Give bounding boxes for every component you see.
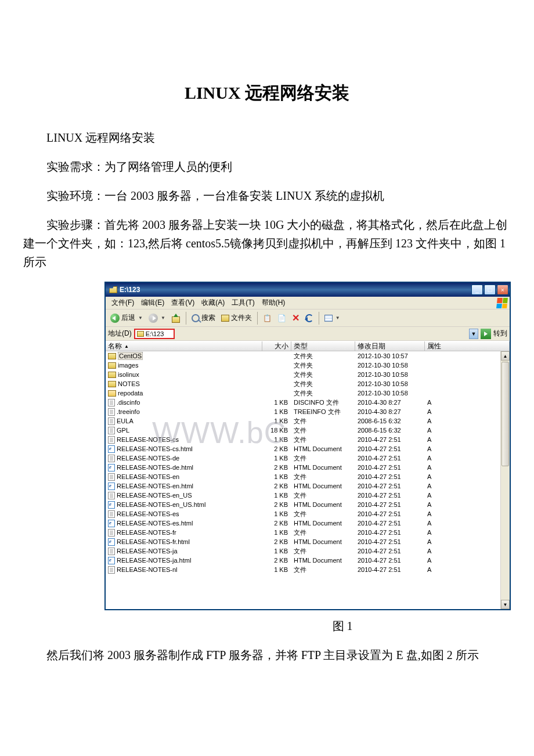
table-row[interactable]: RELEASE-NOTES-ja.html2 KBHTML Document20… [106,556,510,565]
table-row[interactable]: .discinfo1 KBDISCINFO 文件2010-4-30 8:27A [106,398,510,407]
menu-file[interactable]: 文件(F) [108,297,138,309]
folders-button[interactable]: 文件夹 [219,312,254,324]
up-button[interactable] [169,312,183,324]
table-row[interactable]: RELEASE-NOTES-en_US1 KB文件2010-4-27 2:51A [106,491,510,500]
back-button[interactable]: 后退▼ [108,312,145,324]
scroll-down-button[interactable]: ▼ [501,600,510,609]
table-row[interactable]: EULA1 KB文件2008-6-15 6:32A [106,416,510,426]
col-size[interactable]: 大小 [262,341,291,351]
file-type: HTML Document [291,483,355,489]
file-icon [108,492,115,499]
file-name: repodata [118,390,143,397]
file-name: RELEASE-NOTES-de [117,455,179,462]
file-type: 文件 [291,491,355,500]
file-size: 1 KB [262,566,291,573]
table-row[interactable]: RELEASE-NOTES-de1 KB文件2010-4-27 2:51A [106,453,510,463]
close-button[interactable]: × [497,285,508,295]
table-row[interactable]: RELEASE-NOTES-cs.html2 KBHTML Document20… [106,444,510,453]
file-attr: A [425,529,510,536]
file-attr: A [425,417,510,424]
views-button[interactable]: ▼ [322,314,342,323]
address-dropdown[interactable]: ▼ [469,329,478,339]
delete-button[interactable]: ✕ [290,311,302,325]
file-size: 2 KB [262,520,291,527]
file-name: CentOS [118,352,143,360]
file-size: 1 KB [262,529,291,536]
table-row[interactable]: RELEASE-NOTES-fr1 KB文件2010-4-27 2:51A [106,528,510,537]
copy-button[interactable]: 📋 [261,313,274,323]
file-attr: A [425,501,510,508]
file-size: 1 KB [262,399,291,406]
file-list: WWW.bC CentOS文件夹2012-10-30 10:57images文件… [106,351,510,609]
menu-tools[interactable]: 工具(T) [228,297,258,309]
table-row[interactable]: RELEASE-NOTES-nl1 KB文件2010-4-27 2:51A [106,565,510,574]
minimize-button[interactable]: _ [471,285,483,295]
scroll-up-button[interactable]: ▲ [501,351,510,361]
file-date: 2010-4-27 2:51 [355,473,425,480]
file-type: DISCINFO 文件 [291,398,355,407]
table-row[interactable]: repodata文件夹2012-10-30 10:58 [106,388,510,398]
table-row[interactable]: RELEASE-NOTES-cs1 KB文件2010-4-27 2:51A [106,435,510,444]
paste-button[interactable]: 📄 [275,313,288,323]
table-row[interactable]: RELEASE-NOTES-es1 KB文件2010-4-27 2:51A [106,509,510,519]
list-header: 名称▲ 大小 类型 修改日期 属性 [106,341,510,351]
file-icon [108,372,116,378]
undo-button[interactable] [303,313,316,323]
menu-help[interactable]: 帮助(H) [258,297,289,309]
col-name[interactable]: 名称▲ [106,341,262,351]
file-attr: A [425,520,510,527]
table-row[interactable]: RELEASE-NOTES-en_US.html2 KBHTML Documen… [106,500,510,509]
menu-view[interactable]: 查看(V) [168,297,198,309]
table-row[interactable]: RELEASE-NOTES-de.html2 KBHTML Document20… [106,463,510,472]
table-row[interactable]: RELEASE-NOTES-es.html2 KBHTML Document20… [106,519,510,528]
scroll-thumb[interactable] [501,362,509,466]
table-row[interactable]: RELEASE-NOTES-ja1 KB文件2010-4-27 2:51A [106,546,510,556]
forward-button[interactable]: ▼ [146,312,168,324]
table-row[interactable]: GPL18 KB文件2008-6-15 6:32A [106,426,510,435]
file-icon [108,520,115,527]
file-size: 1 KB [262,548,291,555]
file-name: RELEASE-NOTES-en.html [117,483,193,489]
maximize-button[interactable]: □ [484,285,496,295]
titlebar[interactable]: E:\123 _ □ × [106,283,510,297]
file-icon [108,381,116,387]
file-date: 2010-4-27 2:51 [355,557,425,564]
scroll-track[interactable] [501,361,510,600]
col-date[interactable]: 修改日期 [355,341,425,351]
address-input[interactable]: E:\123 [134,329,175,339]
file-attr: A [425,408,510,415]
file-icon [108,501,115,509]
col-attr[interactable]: 属性 [425,341,510,351]
para-3: 实验环境：一台 2003 服务器，一台准备安装 LINUX 系统的虚拟机 [23,186,511,205]
file-size: 1 KB [262,473,291,480]
file-attr: A [425,538,510,545]
table-row[interactable]: CentOS文件夹2012-10-30 10:57 [106,351,510,361]
file-name: RELEASE-NOTES-ja.html [117,557,191,564]
file-name: RELEASE-NOTES-fr.html [117,538,190,545]
table-row[interactable]: images文件夹2012-10-30 10:58 [106,361,510,370]
vertical-scrollbar[interactable]: ▲ ▼ [500,351,510,609]
menu-favorites[interactable]: 收藏(A) [198,297,228,309]
table-row[interactable]: isolinux文件夹2012-10-30 10:58 [106,370,510,379]
table-row[interactable]: RELEASE-NOTES-en.html2 KBHTML Document20… [106,481,510,491]
file-date: 2010-4-27 2:51 [355,529,425,536]
table-row[interactable]: RELEASE-NOTES-fr.html2 KBHTML Document20… [106,537,510,546]
table-row[interactable]: NOTES文件夹2012-10-30 10:58 [106,379,510,388]
file-size: 18 KB [262,427,291,434]
para-5: 然后我们将 2003 服务器制作成 FTP 服务器，并将 FTP 主目录设置为 … [23,646,511,664]
search-icon [192,314,200,322]
search-button[interactable]: 搜索 [189,312,218,324]
menu-edit[interactable]: 编辑(E) [138,297,168,309]
go-button[interactable] [481,329,491,339]
file-type: 文件夹 [291,370,355,379]
file-type: 文件 [291,454,355,463]
file-size: 1 KB [262,455,291,462]
file-date: 2012-10-30 10:58 [355,371,425,378]
col-type[interactable]: 类型 [291,341,355,351]
file-size: 2 KB [262,557,291,564]
file-type: HTML Document [291,464,355,471]
table-row[interactable]: RELEASE-NOTES-en1 KB文件2010-4-27 2:51A [106,472,510,481]
table-row[interactable]: .treeinfo1 KBTREEINFO 文件2010-4-30 8:27A [106,407,510,416]
file-icon [108,548,115,555]
back-icon [110,314,120,323]
